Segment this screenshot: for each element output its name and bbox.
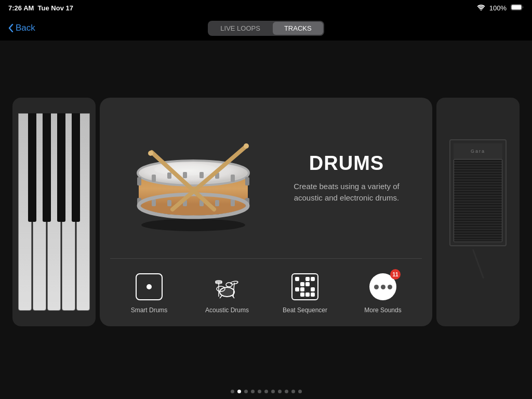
beat-sequencer-label: Beat Sequencer	[283, 307, 327, 314]
beat-sequencer-icon	[291, 273, 318, 300]
status-time-date: 7:26 AM Tue Nov 17	[8, 4, 73, 12]
smart-drums-icon	[136, 273, 163, 300]
dot-3	[388, 285, 392, 289]
drums-description: Create beats using a variety of acoustic…	[282, 181, 411, 204]
svg-line-38	[233, 283, 234, 297]
page-dot-0	[231, 390, 234, 393]
page-dot-3	[251, 390, 255, 393]
more-sounds-icon-wrapper: 11	[367, 271, 398, 302]
svg-point-0	[480, 9, 482, 10]
svg-rect-13	[200, 172, 204, 178]
acoustic-drums-option[interactable]: Acoustic Drums	[188, 267, 266, 318]
amp-body: Gara	[449, 139, 507, 246]
smart-drums-option[interactable]: Smart Drums	[110, 267, 188, 318]
svg-rect-12	[183, 172, 187, 178]
tab-tracks[interactable]: TRACKS	[273, 22, 323, 35]
main-area: DRUMS Create beats using a variety of ac…	[0, 41, 532, 383]
smart-drums-label: Smart Drums	[131, 307, 168, 314]
battery-icon	[511, 4, 524, 12]
page-dot-7	[278, 390, 282, 393]
svg-rect-19	[167, 200, 171, 206]
amp-image: Gara	[447, 139, 509, 285]
card-bottom: Smart Drums	[100, 259, 432, 326]
page-dot-1	[237, 390, 241, 393]
more-sounds-label: More Sounds	[364, 307, 401, 314]
status-bar: 7:26 AM Tue Nov 17 100%	[0, 0, 532, 16]
tab-live-loops[interactable]: LIVE LOOPS	[209, 22, 272, 35]
acoustic-drums-icon-wrapper	[211, 271, 243, 302]
more-sounds-option[interactable]: 11 More Sounds	[344, 267, 422, 318]
acoustic-drums-label: Acoustic Drums	[205, 307, 249, 314]
svg-line-39	[220, 296, 222, 298]
amp-card[interactable]: Gara	[436, 98, 520, 326]
dot-2	[381, 285, 385, 289]
dot-1	[374, 285, 379, 289]
drum-info: DRUMS Create beats using a variety of ac…	[282, 152, 411, 204]
drum-image-area	[121, 121, 266, 235]
page-dot-8	[285, 390, 288, 393]
segment-control: LIVE LOOPS TRACKS	[208, 21, 324, 36]
amp-brand: Gara	[454, 143, 502, 159]
svg-rect-2	[512, 5, 522, 9]
page-dot-10	[298, 390, 302, 393]
svg-rect-22	[215, 200, 219, 206]
svg-rect-11	[167, 172, 171, 179]
more-sounds-badge: 11	[390, 269, 401, 280]
svg-rect-15	[231, 175, 235, 182]
svg-point-28	[244, 143, 249, 149]
drums-title: DRUMS	[309, 152, 384, 175]
battery-percentage: 100%	[489, 4, 507, 12]
piano-card[interactable]	[12, 98, 96, 326]
wifi-icon	[477, 4, 485, 12]
svg-point-3	[141, 219, 245, 231]
page-dot-2	[244, 390, 248, 393]
piano-image	[18, 113, 90, 311]
beat-sequencer-option[interactable]: Beat Sequencer	[266, 267, 344, 318]
back-label: Back	[16, 23, 35, 33]
page-dot-4	[258, 390, 261, 393]
card-upper: DRUMS Create beats using a variety of ac…	[100, 98, 432, 258]
status-indicators: 100%	[477, 4, 524, 12]
page-dot-6	[271, 390, 275, 393]
svg-rect-9	[137, 177, 141, 185]
back-button[interactable]: Back	[8, 23, 35, 33]
nav-bar: Back LIVE LOOPS TRACKS	[0, 16, 532, 41]
snare-drum-image	[126, 121, 261, 235]
page-dot-9	[291, 390, 295, 393]
svg-rect-23	[231, 199, 235, 206]
page-dot-5	[264, 390, 268, 393]
svg-rect-10	[152, 175, 156, 182]
svg-point-29	[148, 151, 153, 156]
svg-rect-18	[152, 199, 156, 206]
acoustic-drums-icon	[214, 273, 241, 300]
smart-drums-icon-wrapper	[134, 271, 165, 302]
drums-card[interactable]: DRUMS Create beats using a variety of ac…	[100, 98, 432, 326]
page-dots	[0, 383, 532, 399]
svg-point-36	[226, 283, 232, 287]
svg-point-31	[220, 287, 234, 297]
amp-cable	[472, 249, 484, 278]
svg-rect-16	[245, 177, 249, 185]
amp-grille	[454, 159, 502, 242]
beat-sequencer-icon-wrapper	[289, 271, 321, 302]
